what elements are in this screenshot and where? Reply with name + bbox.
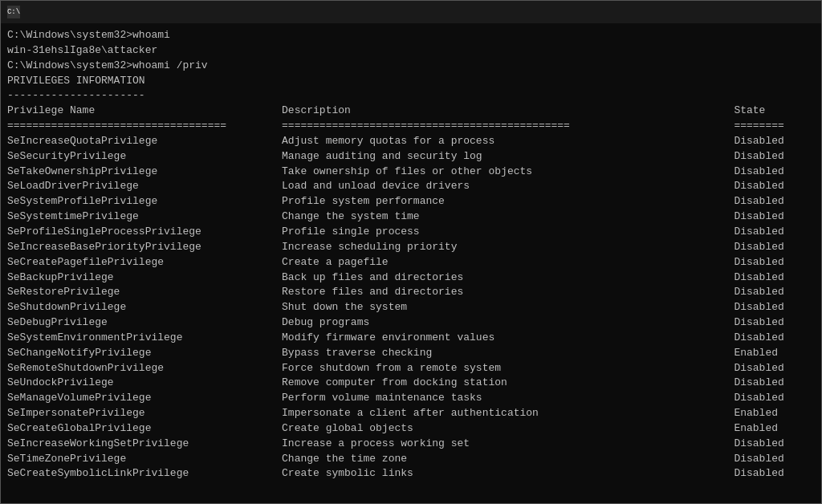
priv-name: SeImpersonatePrivilege (7, 406, 282, 421)
priv-state: Disabled (734, 194, 815, 209)
priv-desc: Remove computer from docking station (282, 376, 734, 391)
priv-state: Disabled (734, 165, 815, 180)
priv-name: SeCreateSymbolicLinkPrivilege (7, 466, 282, 482)
col-header-desc: Description (282, 104, 734, 119)
console-output: C:\Windows\system32>whoamiwin-31ehslIga8… (7, 28, 815, 104)
priv-state: Disabled (734, 270, 815, 286)
priv-name: SeSystemtimePrivilege (7, 209, 282, 225)
priv-desc: Increase a process working set (282, 437, 734, 452)
priv-name: SeCreateGlobalPrivilege (7, 421, 282, 437)
window: C:\ C:\Windows\system32>whoamiwin-31ehsl… (0, 0, 822, 504)
priv-desc: Create symbolic links (282, 466, 734, 482)
table-row: SeChangeNotifyPrivilegeBypass traverse c… (7, 346, 815, 361)
priv-state: Enabled (734, 406, 815, 421)
priv-name: SeRestorePrivilege (7, 285, 282, 300)
separator-row: ========================================… (7, 119, 815, 134)
priv-desc: Create global objects (282, 421, 734, 437)
priv-state: Disabled (734, 240, 815, 255)
priv-name: SeDebugPrivilege (7, 315, 282, 331)
priv-name: SeSecurityPrivilege (7, 149, 282, 165)
priv-desc: Change the system time (282, 209, 734, 225)
table-row: SeImpersonatePrivilegeImpersonate a clie… (7, 406, 815, 421)
priv-state: Disabled (734, 437, 815, 452)
col-header-name: Privilege Name (7, 104, 282, 119)
priv-state: Disabled (734, 466, 815, 482)
priv-state: Disabled (734, 285, 815, 300)
table-row: SeIncreaseBasePriorityPrivilegeIncrease … (7, 240, 815, 255)
table-row: SeUndockPrivilegeRemove computer from do… (7, 376, 815, 391)
app-icon: C:\ (7, 6, 20, 18)
table-header-row: Privilege NameDescriptionState (7, 104, 815, 119)
priv-desc: Force shutdown from a remote system (282, 361, 734, 376)
priv-state: Disabled (734, 179, 815, 194)
priv-name: SeChangeNotifyPrivilege (7, 346, 282, 361)
priv-state: Disabled (734, 149, 815, 165)
priv-desc: Change the time zone (282, 452, 734, 467)
priv-name: SeIncreaseBasePriorityPrivilege (7, 240, 282, 255)
priv-desc: Increase scheduling priority (282, 240, 734, 255)
priv-state: Disabled (734, 209, 815, 225)
table-row: SeLoadDriverPrivilegeLoad and unload dev… (7, 179, 815, 194)
separator-desc: ========================================… (282, 119, 734, 134)
priv-state: Enabled (734, 346, 815, 361)
priv-state: Disabled (734, 361, 815, 376)
priv-desc: Load and unload device drivers (282, 179, 734, 194)
console-line: PRIVILEGES INFORMATION (7, 74, 815, 89)
table-row: SeCreatePagefilePrivilegeCreate a pagefi… (7, 255, 815, 270)
priv-desc: Profile system performance (282, 194, 734, 209)
priv-name: SeProfileSingleProcessPrivilege (7, 225, 282, 240)
priv-desc: Back up files and directories (282, 270, 734, 286)
console-line: C:\Windows\system32>whoami /priv (7, 59, 815, 74)
priv-desc: Perform volume maintenance tasks (282, 391, 734, 406)
priv-state: Disabled (734, 391, 815, 406)
priv-name: SeRemoteShutdownPrivilege (7, 361, 282, 376)
separator-state: ======== (734, 119, 815, 134)
priv-desc: Bypass traverse checking (282, 346, 734, 361)
priv-name: SeIncreaseWorkingSetPrivilege (7, 437, 282, 452)
table-row: SeSecurityPrivilegeManage auditing and s… (7, 149, 815, 165)
priv-state: Enabled (734, 421, 815, 437)
table-row: SeSystemtimePrivilegeChange the system t… (7, 209, 815, 225)
minimize-button[interactable] (704, 1, 741, 23)
table-row: SeDebugPrivilegeDebug programsDisabled (7, 315, 815, 331)
table-row: SeTimeZonePrivilegeChange the time zoneD… (7, 452, 815, 467)
priv-name: SeCreatePagefilePrivilege (7, 255, 282, 270)
priv-name: SeSystemEnvironmentPrivilege (7, 331, 282, 346)
table-row: SeCreateGlobalPrivilegeCreate global obj… (7, 421, 815, 437)
priv-desc: Restore files and directories (282, 285, 734, 300)
maximize-button[interactable] (741, 1, 778, 23)
window-controls (704, 1, 815, 23)
priv-name: SeTakeOwnershipPrivilege (7, 165, 282, 180)
priv-name: SeTimeZonePrivilege (7, 452, 282, 467)
priv-desc: Create a pagefile (282, 255, 734, 270)
console-line: win-31ehslIga8e\attacker (7, 43, 815, 59)
close-button[interactable] (778, 1, 815, 23)
priv-desc: Shut down the system (282, 300, 734, 315)
priv-state: Disabled (734, 134, 815, 149)
priv-desc: Modify firmware environment values (282, 331, 734, 346)
priv-state: Disabled (734, 255, 815, 270)
col-header-state: State (734, 104, 815, 119)
priv-desc: Profile single process (282, 225, 734, 240)
priv-name: SeManageVolumePrivilege (7, 391, 282, 406)
table-row: SeTakeOwnershipPrivilegeTake ownership o… (7, 165, 815, 180)
priv-state: Disabled (734, 331, 815, 346)
priv-state: Disabled (734, 452, 815, 467)
table-row: SeIncreaseWorkingSetPrivilegeIncrease a … (7, 437, 815, 452)
priv-desc: Impersonate a client after authenticatio… (282, 406, 734, 421)
priv-state: Disabled (734, 315, 815, 331)
table-row: SeIncreaseQuotaPrivilegeAdjust memory qu… (7, 134, 815, 149)
table-row: SeRestorePrivilegeRestore files and dire… (7, 285, 815, 300)
table-row: SeCreateSymbolicLinkPrivilegeCreate symb… (7, 466, 815, 482)
priv-name: SeUndockPrivilege (7, 376, 282, 391)
table-row: SeBackupPrivilegeBack up files and direc… (7, 270, 815, 286)
priv-name: SeIncreaseQuotaPrivilege (7, 134, 282, 149)
priv-name: SeLoadDriverPrivilege (7, 179, 282, 194)
priv-state: Disabled (734, 225, 815, 240)
separator-name: =================================== (7, 119, 282, 134)
priv-state: Disabled (734, 300, 815, 315)
title-bar: C:\ (1, 1, 821, 23)
console-area[interactable]: C:\Windows\system32>whoamiwin-31ehslIga8… (1, 23, 821, 503)
table-row: SeManageVolumePrivilegePerform volume ma… (7, 391, 815, 406)
priv-name: SeBackupPrivilege (7, 270, 282, 286)
